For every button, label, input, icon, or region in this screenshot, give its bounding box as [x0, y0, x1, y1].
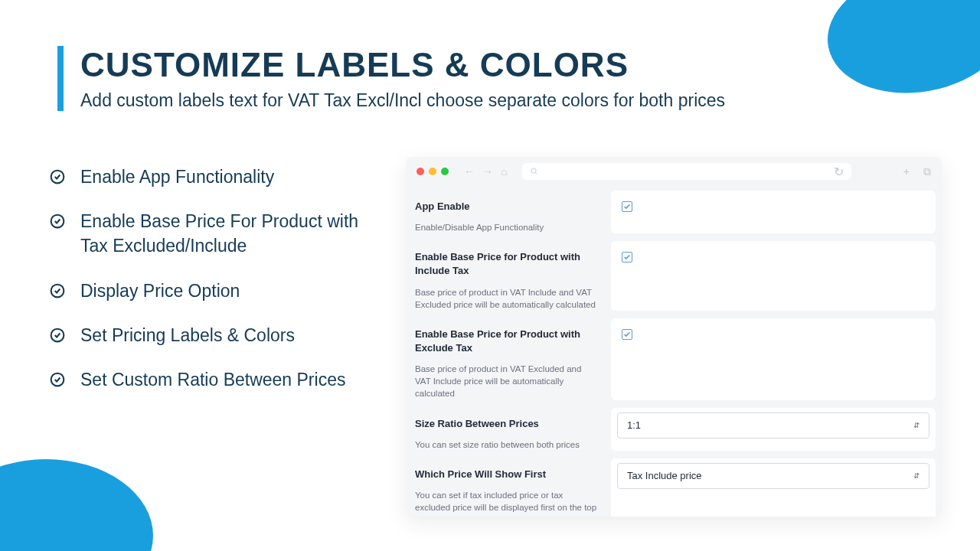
feature-list: Enable App Functionality Enable Base Pri… — [50, 165, 387, 412]
decorative-blob-top — [818, 0, 980, 107]
search-icon — [530, 165, 538, 178]
browser-titlebar: ← → ⌂ ↻ + ⧉ — [406, 157, 942, 186]
window-minimize-icon[interactable] — [429, 168, 436, 175]
window-close-icon[interactable] — [416, 168, 424, 175]
refresh-icon[interactable]: ↻ — [834, 165, 844, 179]
check-circle-icon — [50, 327, 65, 347]
decorative-blob-bottom — [0, 459, 153, 551]
setting-desc: Base price of product in VAT Include and… — [415, 286, 599, 311]
feature-text: Enable Base Price For Product with Tax E… — [80, 209, 387, 258]
setting-desc: You can set size ratio between both pric… — [415, 439, 599, 451]
ratio-select[interactable]: 1:1 ⇵ — [617, 412, 929, 439]
setting-title: Size Ratio Between Prices — [415, 417, 599, 431]
check-circle-icon — [50, 371, 65, 392]
setting-row-base-exclude: Enable Base Price for Product with Exclu… — [412, 318, 936, 400]
settings-panel: App Enable Enable/Disable App Functional… — [406, 186, 942, 517]
feature-text: Display Price Option — [80, 279, 240, 303]
svg-line-6 — [536, 172, 537, 174]
feature-text: Set Custom Ratio Between Prices — [80, 367, 345, 392]
feature-text: Enable App Functionality — [80, 165, 274, 189]
setting-row-ratio: Size Ratio Between Prices You can set si… — [412, 408, 936, 451]
select-value: Tax Include price — [627, 470, 702, 481]
setting-desc: Base price of product in VAT Excluded an… — [415, 363, 599, 399]
feature-item: Enable Base Price For Product with Tax E… — [50, 209, 387, 258]
forward-icon[interactable]: → — [482, 165, 493, 178]
setting-desc: You can set if tax included price or tax… — [415, 489, 599, 517]
setting-desc: Enable/Disable App Functionality — [415, 221, 599, 233]
home-icon[interactable]: ⌂ — [501, 165, 507, 178]
setting-row-base-include: Enable Base Price for Product with Inclu… — [412, 241, 936, 311]
chevron-updown-icon: ⇵ — [913, 421, 920, 429]
check-circle-icon — [50, 282, 65, 303]
first-price-select[interactable]: Tax Include price ⇵ — [617, 463, 929, 489]
page-subtitle: Add custom labels text for VAT Tax Excl/… — [80, 90, 725, 111]
back-icon[interactable]: ← — [464, 165, 475, 178]
setting-row-which-first: Which Price Will Show First You can set … — [412, 458, 936, 517]
feature-item: Set Pricing Labels & Colors — [50, 323, 387, 347]
url-bar[interactable]: ↻ — [522, 163, 851, 180]
page-title: CUSTOMIZE LABELS & COLORS — [80, 46, 725, 84]
new-tab-icon[interactable]: + — [903, 165, 910, 178]
page-header: CUSTOMIZE LABELS & COLORS Add custom lab… — [57, 46, 725, 111]
window-maximize-icon[interactable] — [441, 168, 449, 175]
feature-item: Display Price Option — [50, 279, 387, 303]
base-include-checkbox[interactable] — [622, 252, 632, 262]
setting-title: App Enable — [415, 200, 599, 214]
chevron-updown-icon: ⇵ — [913, 471, 920, 480]
setting-row-app-enable: App Enable Enable/Disable App Functional… — [412, 191, 936, 233]
feature-item: Set Custom Ratio Between Prices — [50, 367, 387, 392]
browser-window: ← → ⌂ ↻ + ⧉ App Enable Enable/Disable Ap… — [406, 157, 942, 517]
svg-point-5 — [531, 168, 536, 173]
setting-title: Enable Base Price for Product with Inclu… — [415, 250, 599, 278]
setting-title: Which Price Will Show First — [415, 468, 599, 481]
check-circle-icon — [50, 213, 65, 233]
check-circle-icon — [50, 168, 65, 189]
setting-title: Enable Base Price for Product with Exclu… — [415, 328, 599, 355]
app-enable-checkbox[interactable] — [622, 201, 632, 212]
feature-item: Enable App Functionality — [50, 165, 387, 189]
feature-text: Set Pricing Labels & Colors — [80, 323, 295, 347]
copy-icon[interactable]: ⧉ — [923, 165, 931, 178]
base-exclude-checkbox[interactable] — [622, 329, 632, 340]
select-value: 1:1 — [627, 419, 641, 431]
